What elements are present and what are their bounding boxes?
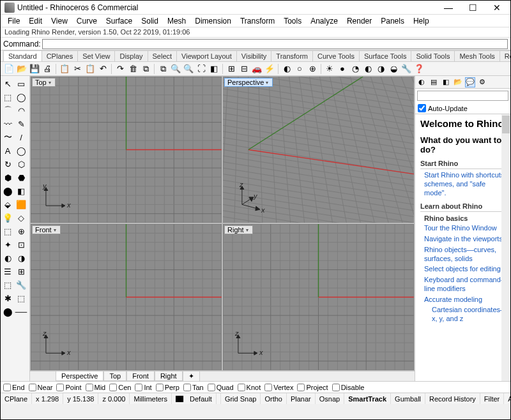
- tool-icon[interactable]: ⊕: [15, 225, 27, 237]
- viewport-label-front[interactable]: Front▾: [32, 225, 61, 234]
- chevron-down-icon[interactable]: ▾: [246, 227, 248, 233]
- menu-analyze[interactable]: Analyze: [306, 15, 342, 27]
- command-input[interactable]: [42, 39, 508, 49]
- tool-tab[interactable]: Surface Tools: [359, 50, 411, 61]
- viewport-top[interactable]: Top▾ x y: [30, 76, 222, 223]
- tool-icon[interactable]: 💡: [1, 211, 14, 224]
- viewport-label-top[interactable]: Top▾: [32, 78, 56, 87]
- tool-icon[interactable]: ⬚: [15, 292, 27, 304]
- toolbar-icon[interactable]: ⚡: [264, 63, 275, 75]
- osnap-tan[interactable]: Tan: [183, 384, 204, 391]
- osnap-disable[interactable]: Disable: [332, 384, 365, 391]
- osnap-near[interactable]: Near: [29, 384, 53, 391]
- status-filter[interactable]: Filter: [480, 393, 504, 404]
- tool-icon[interactable]: ◑: [15, 251, 27, 264]
- tool-icon[interactable]: ──: [15, 305, 27, 318]
- status-grid-snap[interactable]: Grid Snap: [221, 393, 261, 404]
- tool-icon[interactable]: ⬡: [15, 158, 27, 170]
- tool-icon[interactable]: 〰: [1, 117, 14, 130]
- osnap-knot[interactable]: Knot: [238, 384, 261, 391]
- toolbar-icon[interactable]: ↶: [97, 63, 109, 75]
- tool-icon[interactable]: 🔧: [15, 278, 27, 291]
- help-link[interactable]: Keyboard and command-line modifiers: [424, 276, 508, 294]
- tool-icon[interactable]: ⊡: [15, 238, 27, 251]
- toolbar-icon[interactable]: ⧉: [140, 63, 151, 75]
- help-link[interactable]: Rhino objects—curves, surfaces, solids: [424, 246, 508, 264]
- toolbar-icon[interactable]: ⊟: [238, 63, 250, 75]
- toolbar-icon[interactable]: 📋: [84, 63, 96, 75]
- menu-edit[interactable]: Edit: [24, 15, 47, 27]
- tool-tab[interactable]: Set View: [77, 50, 115, 61]
- help-sublink[interactable]: Cartesian coordinates—x, y, and z: [432, 306, 508, 324]
- viewport-label-right[interactable]: Right▾: [224, 225, 253, 234]
- tool-icon[interactable]: ⬢: [1, 171, 14, 184]
- toolbar-icon[interactable]: 📋: [59, 63, 70, 75]
- osnap-project[interactable]: Project: [297, 384, 328, 391]
- toolbar-icon[interactable]: ◐: [362, 63, 374, 75]
- viewport-label-perspective[interactable]: Perspective▾: [224, 78, 273, 87]
- toolbar-icon[interactable]: ◒: [388, 63, 399, 75]
- tool-tab[interactable]: Viewport Layout: [176, 50, 237, 61]
- toolbar-icon[interactable]: ☀: [324, 63, 335, 75]
- tool-icon[interactable]: ☰: [1, 265, 14, 278]
- tool-icon[interactable]: 〜: [1, 131, 14, 144]
- status-smarttrack[interactable]: SmartTrack: [344, 393, 391, 404]
- scrollbar-thumb[interactable]: [502, 116, 510, 133]
- toolbar-icon[interactable]: ⧉: [157, 63, 169, 75]
- tool-tab[interactable]: Display: [114, 50, 148, 61]
- help-link[interactable]: Select objects for editing: [424, 265, 508, 274]
- tool-tab[interactable]: Render Tools: [500, 50, 510, 61]
- help-link[interactable]: Tour the Rhino Window: [424, 224, 508, 233]
- viewport-perspective[interactable]: Perspective▾ z x y: [222, 76, 415, 223]
- toolbar-icon[interactable]: ◧: [208, 63, 220, 75]
- tool-tab[interactable]: Solid Tools: [411, 50, 455, 61]
- osnap-quad[interactable]: Quad: [208, 384, 234, 391]
- help-link[interactable]: Accurate modeling: [424, 296, 508, 304]
- status-cplane[interactable]: CPlane: [1, 393, 32, 404]
- toolbar-icon[interactable]: ⊕: [307, 63, 318, 75]
- tool-icon[interactable]: ✱: [1, 292, 14, 304]
- viewport-tab[interactable]: Right: [155, 371, 183, 381]
- tool-icon[interactable]: ⬣: [15, 171, 27, 184]
- toolbar-icon[interactable]: ⛶: [195, 63, 207, 75]
- toolbar-icon[interactable]: ⊞: [225, 63, 237, 75]
- status-record-history[interactable]: Record History: [425, 393, 480, 404]
- osnap-cen[interactable]: Cen: [109, 384, 131, 391]
- auto-update-row[interactable]: Auto-Update: [415, 103, 510, 114]
- help-link[interactable]: Start Rhino with shortcuts, schemes, and…: [424, 171, 508, 197]
- toolbar-icon[interactable]: 🖨: [42, 63, 53, 75]
- tool-icon[interactable]: ✦: [1, 238, 14, 251]
- maximize-button[interactable]: ☐: [461, 1, 485, 15]
- tool-icon[interactable]: ◯: [15, 144, 27, 157]
- viewport-right[interactable]: Right▾ x z: [222, 223, 415, 371]
- toolbar-icon[interactable]: 📄: [3, 63, 15, 75]
- menu-mesh[interactable]: Mesh: [163, 15, 190, 27]
- toolbar-icon[interactable]: ↷: [114, 63, 126, 75]
- tool-icon[interactable]: ◐: [1, 251, 14, 264]
- tool-icon[interactable]: ⬚: [1, 91, 14, 103]
- tool-tab[interactable]: Standard: [3, 50, 42, 61]
- menu-transform[interactable]: Transform: [236, 15, 279, 27]
- viewport-front[interactable]: Front▾ x z: [30, 223, 222, 371]
- auto-update-checkbox[interactable]: [418, 104, 426, 112]
- panel-tab-open[interactable]: 📂: [453, 77, 463, 87]
- status-ortho[interactable]: Ortho: [261, 393, 287, 404]
- tool-tab[interactable]: Transform: [271, 50, 313, 61]
- tool-tab[interactable]: Visibility: [236, 50, 272, 61]
- toolbar-icon[interactable]: ❓: [413, 63, 425, 75]
- tool-icon[interactable]: ⊞: [15, 265, 27, 278]
- toolbar-icon[interactable]: 🔧: [400, 63, 412, 75]
- viewport-tab[interactable]: Front: [126, 371, 155, 381]
- tool-icon[interactable]: ↻: [1, 158, 14, 170]
- toolbar-icon[interactable]: 💾: [29, 63, 40, 75]
- menu-tools[interactable]: Tools: [279, 15, 306, 27]
- menu-render[interactable]: Render: [342, 15, 376, 27]
- chevron-down-icon[interactable]: ▾: [49, 80, 51, 86]
- menu-panels[interactable]: Panels: [376, 15, 409, 27]
- status-planar[interactable]: Planar: [287, 393, 316, 404]
- panel-tab-help[interactable]: 💬: [465, 77, 475, 87]
- tool-icon[interactable]: ◧: [15, 184, 27, 197]
- tool-icon[interactable]: ⬙: [1, 198, 14, 211]
- toolbar-icon[interactable]: 🚗: [251, 63, 263, 75]
- minimize-button[interactable]: —: [436, 1, 461, 15]
